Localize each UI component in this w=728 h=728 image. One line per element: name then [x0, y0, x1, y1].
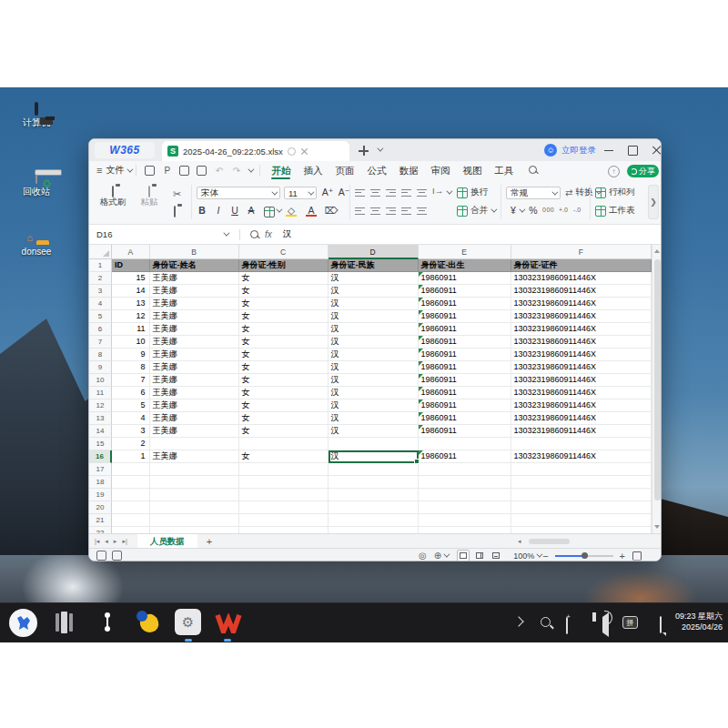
align-middle-icon[interactable]	[370, 189, 380, 197]
cell-B5[interactable]: 王美娜	[150, 310, 239, 323]
cell-B10[interactable]: 王美娜	[150, 374, 239, 387]
row-header-15[interactable]: 15	[89, 438, 112, 450]
zoom-out-button[interactable]: −	[542, 551, 548, 561]
prev-sheet-arrow[interactable]: ◂	[105, 538, 108, 545]
cell-F8[interactable]: 13032319860911446X	[511, 349, 652, 361]
menu-tab-2[interactable]: 页面	[329, 161, 360, 179]
print-button[interactable]	[178, 165, 190, 177]
tray-display-icon[interactable]	[566, 617, 568, 634]
distribute-icon[interactable]	[417, 207, 427, 215]
borders-button[interactable]	[264, 207, 275, 217]
cell-A15[interactable]: 2	[112, 438, 150, 450]
cell-F13[interactable]: 13032319860911446X	[511, 412, 652, 425]
menu-tab-4[interactable]: 数据	[392, 161, 424, 179]
cell-F1[interactable]: 身份证-证件	[511, 259, 652, 272]
cell-F16[interactable]: 13032319860911446X	[511, 450, 652, 463]
page-break-view-button[interactable]	[490, 550, 502, 561]
horizontal-scroll-thumb[interactable]	[529, 539, 570, 544]
desktop-icon-donsee-folder[interactable]: donsee	[7, 244, 66, 257]
row-header-20[interactable]: 20	[89, 501, 112, 514]
cell-A14[interactable]: 3	[112, 425, 150, 438]
taskbar-app-settings[interactable]: ⚙	[175, 609, 201, 635]
cell-D20[interactable]	[329, 501, 419, 514]
cell-F2[interactable]: 13032319860911446X	[511, 272, 652, 285]
column-header-A[interactable]: A	[112, 245, 150, 259]
zoom-in-button[interactable]: +	[620, 551, 625, 561]
cell-A10[interactable]: 7	[112, 374, 150, 387]
cell-A19[interactable]	[112, 489, 150, 501]
cell-D18[interactable]	[329, 476, 419, 489]
cell-F3[interactable]: 13032319860911446X	[511, 285, 652, 298]
cell-E7[interactable]: 19860911	[419, 336, 511, 349]
cell-C16[interactable]: 女	[239, 450, 329, 463]
cell-E22[interactable]	[419, 527, 511, 533]
document-tab[interactable]: S 2025-04-26_09:22:05.xlsx	[162, 141, 349, 161]
taskbar-clock[interactable]: 09:23 星期六 2025/04/26	[670, 611, 723, 632]
last-sheet-arrow[interactable]: ▸|	[122, 538, 126, 545]
row-header-18[interactable]: 18	[89, 476, 112, 489]
row-header-3[interactable]: 3	[89, 285, 112, 298]
cell-D3[interactable]: 汉	[329, 285, 419, 298]
cell-B13[interactable]: 王美娜	[150, 412, 239, 425]
tray-ime-indicator[interactable]: 拼	[622, 616, 638, 629]
screen-record-icon[interactable]: ⊕	[434, 551, 441, 561]
cell-D5[interactable]: 汉	[329, 310, 419, 323]
row-header-13[interactable]: 13	[89, 412, 112, 425]
print-preview-button[interactable]	[196, 165, 207, 177]
select-all-corner[interactable]	[89, 245, 112, 259]
undo-button[interactable]: ↶	[213, 165, 225, 177]
align-top-icon[interactable]	[355, 189, 365, 197]
row-header-9[interactable]: 9	[89, 361, 112, 374]
cell-A20[interactable]	[112, 501, 150, 514]
row-header-10[interactable]: 10	[89, 374, 112, 387]
menu-tab-1[interactable]: 插入	[297, 161, 329, 179]
cell-B17[interactable]	[150, 463, 239, 476]
scroll-down-arrow[interactable]	[654, 525, 660, 529]
cell-B7[interactable]: 王美娜	[150, 336, 239, 349]
cell-B20[interactable]	[150, 501, 239, 514]
font-name-select[interactable]: 宋体	[197, 187, 280, 199]
cell-A13[interactable]: 4	[112, 412, 150, 425]
formula-search-icon[interactable]	[250, 230, 259, 239]
cell-B19[interactable]	[150, 489, 239, 501]
cell-A5[interactable]: 12	[112, 310, 150, 323]
cell-C3[interactable]: 女	[239, 285, 329, 298]
cell-C5[interactable]: 女	[239, 310, 329, 323]
cell-A7[interactable]: 10	[112, 336, 150, 349]
menu-tab-6[interactable]: 视图	[456, 161, 488, 179]
cell-E9[interactable]: 19860911	[419, 361, 511, 374]
cell-B3[interactable]: 王美娜	[150, 285, 239, 298]
paste-button[interactable]: 粘贴	[129, 187, 169, 208]
cell-A8[interactable]: 9	[112, 349, 150, 361]
cell-B18[interactable]	[150, 476, 239, 489]
cell-E16[interactable]: 19860911	[419, 450, 511, 463]
column-header-F[interactable]: F	[511, 245, 652, 259]
cell-A12[interactable]: 5	[112, 399, 150, 412]
cell-D19[interactable]	[329, 489, 419, 501]
cloud-upload-icon[interactable]: ↑	[608, 166, 620, 177]
zoom-level[interactable]: 100%	[513, 551, 534, 561]
cell-A17[interactable]	[112, 463, 150, 476]
sheet-tab-active[interactable]: 人员数据	[137, 534, 197, 549]
cell-B16[interactable]: 王美娜	[150, 450, 239, 463]
zoom-slider-knob[interactable]	[581, 552, 588, 559]
cell-B12[interactable]: 王美娜	[150, 399, 239, 412]
file-menu[interactable]: 文件	[106, 164, 124, 177]
cell-F15[interactable]	[511, 438, 652, 450]
cell-F22[interactable]	[511, 527, 652, 533]
cell-A1[interactable]: ID	[112, 259, 150, 272]
cell-D13[interactable]: 汉	[329, 412, 419, 425]
row-header-22[interactable]: 22	[89, 527, 112, 533]
cell-F6[interactable]: 13032319860911446X	[511, 323, 652, 336]
cell-E8[interactable]: 19860911	[419, 349, 511, 361]
menu-tab-5[interactable]: 审阅	[424, 161, 456, 179]
cell-B11[interactable]: 王美娜	[150, 387, 239, 399]
desktop-icon-computer[interactable]: 计算机	[7, 104, 66, 129]
row-header-7[interactable]: 7	[89, 336, 112, 349]
cell-F20[interactable]	[511, 501, 652, 514]
wps-365-logo[interactable]: W365	[95, 142, 155, 158]
cell-F12[interactable]: 13032319860911446X	[511, 399, 652, 412]
cell-E2[interactable]: 19860911	[419, 272, 511, 285]
align-left-icon[interactable]	[355, 207, 365, 215]
cell-F17[interactable]	[511, 463, 652, 476]
